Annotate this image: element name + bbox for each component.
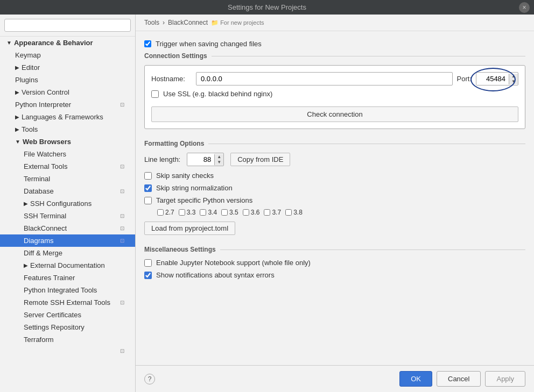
sidebar-item-keymap[interactable]: Keymap bbox=[0, 49, 135, 61]
trigger-checkbox[interactable] bbox=[144, 40, 151, 47]
sidebar-item-ssh-terminal[interactable]: BlackConnect ⊡ bbox=[0, 222, 135, 234]
sidebar-item-file-watchers[interactable]: External Tools ⊡ bbox=[0, 160, 135, 173]
hostname-input[interactable] bbox=[196, 72, 453, 85]
copy-icon: ⊡ bbox=[120, 225, 129, 231]
version-34: 3.4 bbox=[200, 209, 217, 216]
sidebar-item-python-integrated-tools[interactable]: Remote SSH External Tools ⊡ bbox=[0, 296, 135, 309]
sidebar-item-languages[interactable]: ▶ Tools bbox=[0, 123, 135, 136]
version-38: 3.8 bbox=[285, 209, 303, 216]
jupyter-label: Enable Jupyter Notebook support (whole f… bbox=[156, 259, 311, 267]
footer-left: ? bbox=[144, 374, 155, 384]
breadcrumb-separator: › bbox=[163, 19, 165, 26]
copy-from-ide-button[interactable]: Copy from IDE bbox=[230, 153, 290, 166]
notifications-row: Show notifications about syntax errors bbox=[144, 271, 525, 279]
jupyter-checkbox[interactable] bbox=[144, 259, 152, 267]
port-decrement-button[interactable]: ▼ bbox=[509, 79, 518, 84]
target-python-checkbox[interactable] bbox=[144, 197, 152, 204]
breadcrumb: Tools › BlackConnect 📁 For new projects bbox=[136, 15, 534, 31]
sidebar-item-plugins[interactable]: Plugins bbox=[0, 74, 135, 86]
sidebar-item-build[interactable]: ▶ Languages & Frameworks bbox=[0, 111, 135, 123]
copy-icon: ⊡ bbox=[120, 102, 129, 108]
version-38-checkbox[interactable] bbox=[285, 209, 292, 216]
sidebar-item-label: Diff & Merge bbox=[24, 249, 62, 257]
version-34-checkbox[interactable] bbox=[200, 209, 206, 216]
right-panel: Tools › BlackConnect 📁 For new projects … bbox=[136, 15, 534, 392]
version-35-checkbox[interactable] bbox=[221, 209, 228, 216]
ok-button[interactable]: OK bbox=[399, 371, 432, 387]
sidebar-item-web-browsers[interactable]: File Watchers bbox=[0, 148, 135, 160]
sidebar-item-remote-ssh-external-tools[interactable]: Server Certificates bbox=[0, 309, 135, 321]
expand-icon: ▶ bbox=[15, 89, 19, 95]
sidebar-item-diagrams[interactable]: Diff & Merge bbox=[0, 247, 135, 259]
sidebar-item-features-trainer[interactable]: Python Integrated Tools bbox=[0, 284, 135, 296]
sidebar-item-external-tools[interactable]: Terminal bbox=[0, 173, 135, 185]
version-38-label: 3.8 bbox=[293, 209, 303, 216]
sidebar-item-label: Web Browsers bbox=[23, 138, 71, 146]
miscellaneous-section: Miscellaneous Settings Enable Jupyter No… bbox=[144, 246, 525, 279]
breadcrumb-for-new-projects: 📁 For new projects bbox=[211, 19, 264, 26]
version-33-checkbox[interactable] bbox=[179, 209, 185, 216]
port-increment-button[interactable]: ▲ bbox=[509, 74, 518, 79]
sidebar-item-appearance[interactable]: ▼ Appearance & Behavior bbox=[0, 37, 135, 49]
version-37-checkbox[interactable] bbox=[264, 209, 270, 216]
port-label: Port: bbox=[457, 75, 472, 83]
sidebar-item-blackconnect[interactable]: Diagrams ⊡ bbox=[0, 234, 135, 247]
version-33: 3.3 bbox=[179, 209, 196, 216]
close-button[interactable]: × bbox=[519, 2, 530, 13]
copy-icon: ⊡ bbox=[120, 213, 129, 219]
ssl-checkbox[interactable] bbox=[151, 90, 159, 98]
port-spinner-container: ▲ ▼ bbox=[476, 72, 518, 85]
search-input[interactable] bbox=[4, 19, 131, 32]
sidebar-item-tools[interactable]: ▼ Web Browsers bbox=[0, 136, 135, 148]
sidebar-item-label: Languages & Frameworks bbox=[22, 113, 103, 121]
sidebar-item-terraform[interactable]: ⊡ bbox=[0, 346, 135, 356]
version-37-label: 3.7 bbox=[272, 209, 281, 216]
sidebar-item-editor[interactable]: ▶ Editor bbox=[0, 61, 135, 74]
line-length-increment-button[interactable]: ▲ bbox=[215, 154, 223, 160]
skip-string-checkbox[interactable] bbox=[144, 184, 152, 192]
sidebar-item-label: Settings Repository bbox=[24, 323, 85, 331]
port-spinner: ▲ ▼ bbox=[476, 72, 518, 85]
line-length-decrement-button[interactable]: ▼ bbox=[215, 160, 223, 165]
skip-sanity-row: Skip sanity checks bbox=[144, 172, 525, 180]
check-connection-button[interactable]: Check connection bbox=[151, 106, 518, 122]
version-27-checkbox[interactable] bbox=[157, 209, 164, 216]
skip-sanity-checkbox[interactable] bbox=[144, 172, 152, 180]
connection-settings-title: Connection Settings bbox=[144, 52, 525, 60]
help-button[interactable]: ? bbox=[144, 374, 155, 384]
version-34-label: 3.4 bbox=[208, 209, 217, 216]
footer: ? OK Cancel Apply bbox=[136, 365, 534, 392]
sidebar-item-diff-merge[interactable]: ▶ External Documentation bbox=[0, 259, 135, 272]
connection-box: Hostname: Port: ▲ ▼ bbox=[144, 65, 525, 129]
ssl-row: Use SSL (e.g. blackd behind nginx) bbox=[151, 90, 518, 98]
sidebar-item-label: Terraform bbox=[24, 336, 54, 344]
sidebar-item-label: SSH Configurations bbox=[30, 199, 92, 208]
hostname-label: Hostname: bbox=[151, 75, 192, 83]
sidebar-item-label: Version Control bbox=[22, 88, 69, 96]
cancel-button[interactable]: Cancel bbox=[437, 371, 481, 387]
sidebar-item-settings-repository[interactable]: Terraform bbox=[0, 333, 135, 346]
port-input[interactable] bbox=[476, 73, 509, 85]
sidebar-item-version-control[interactable]: ▶ Version Control bbox=[0, 86, 135, 98]
notifications-checkbox[interactable] bbox=[144, 272, 152, 279]
expand-icon: ▶ bbox=[24, 262, 28, 268]
version-35: 3.5 bbox=[221, 209, 238, 216]
expand-icon: ▶ bbox=[15, 114, 19, 120]
sidebar-item-ssh-configurations[interactable]: SSH Terminal ⊡ bbox=[0, 210, 135, 222]
sidebar-item-label: SSH Terminal bbox=[24, 212, 66, 220]
sidebar-item-server-certificates[interactable]: Settings Repository bbox=[0, 321, 135, 333]
sidebar-item-python-interpreter[interactable]: Python Interpreter ⊡ bbox=[0, 98, 135, 111]
copy-icon: ⊡ bbox=[120, 163, 129, 169]
sidebar-item-external-documentation[interactable]: Features Trainer bbox=[0, 272, 135, 284]
sidebar-item-terminal[interactable]: Database ⊡ bbox=[0, 185, 135, 197]
hostname-row: Hostname: Port: ▲ ▼ bbox=[151, 72, 518, 85]
port-spin-buttons: ▲ ▼ bbox=[509, 74, 518, 84]
apply-button[interactable]: Apply bbox=[485, 371, 525, 387]
python-versions-row: 2.7 3.3 3.4 3.5 bbox=[157, 209, 525, 216]
sidebar-item-database[interactable]: ▶ SSH Configurations bbox=[0, 197, 135, 210]
version-36-checkbox[interactable] bbox=[243, 209, 249, 216]
load-pyproject-button[interactable]: Load from pyproject.toml bbox=[144, 222, 235, 235]
version-36-label: 3.6 bbox=[251, 209, 260, 216]
line-length-input[interactable] bbox=[187, 153, 214, 166]
expand-icon: ▶ bbox=[24, 201, 28, 206]
